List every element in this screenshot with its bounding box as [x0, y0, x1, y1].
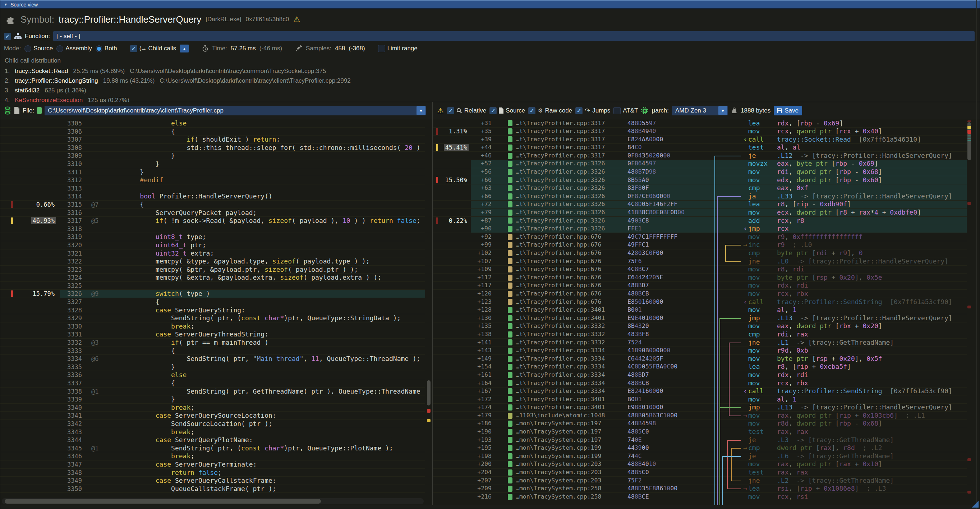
scrollbar-thumb[interactable]: [427, 380, 431, 406]
source-line-row[interactable]: 3318: [0, 225, 425, 233]
asm-instruction-row[interactable]: +92…t\TracyProfiler.hpp:67649C7C1FFFFFFF…: [433, 233, 967, 241]
asm-instruction-row[interactable]: +161…t\TracyProfiler.cpp:3334488BD7movrd…: [433, 371, 967, 379]
asm-instruction-row[interactable]: +120…t\TracyProfiler.hpp:676488BCBmovrcx…: [433, 290, 967, 298]
asm-instruction-row[interactable]: +107…t\TracyProfiler.hpp:67675F6jne.L0 -…: [433, 258, 967, 266]
asm-instruction-row[interactable]: +63…t\TracyProfiler.cpp:332683F80Fcmpeax…: [433, 185, 967, 192]
child-calls-toggle[interactable]: ✓ (→ Child calls: [130, 45, 176, 52]
asm-instruction-row[interactable]: +204…mon\TracySystem.cpp:2034885C0testra…: [433, 469, 967, 477]
asm-source-location[interactable]: …t\TracyProfiler.hpp:676: [512, 241, 627, 249]
radio-both[interactable]: Both: [95, 45, 117, 52]
child-calls-checkbox[interactable]: ✓: [130, 45, 137, 52]
asm-instruction-row[interactable]: +72…t\TracyProfiler.cpp:33264C8D05F146F2…: [433, 200, 967, 209]
asm-instruction-row[interactable]: +216…mon\TracySystem.cpp:258488BCEmovrcx…: [433, 493, 967, 501]
asm-instruction-row[interactable]: +195…mon\TracySystem.cpp:199443900→cmpdw…: [433, 444, 967, 453]
asm-instruction-row[interactable]: +102…t\TracyProfiler.hpp:67642803C0F00cm…: [433, 250, 967, 258]
radio-assembly[interactable]: Assembly: [56, 45, 92, 52]
radio-assembly-circle[interactable]: [56, 45, 63, 52]
source-line-row[interactable]: 3321 uint32_t extra;: [0, 250, 425, 258]
asm-instruction-row[interactable]: +190…mon\TracySystem.cpp:1974885C0testra…: [433, 428, 967, 436]
att-toggle[interactable]: AT&T: [613, 107, 638, 114]
asm-source-location[interactable]: …t\TracyProfiler.hpp:676: [512, 258, 627, 266]
source-line-row[interactable]: 0.66%3315@7 {: [0, 200, 425, 209]
source-line-row[interactable]: 3330 break;: [0, 323, 425, 331]
child-call-name[interactable]: tracy::Socket::Read: [15, 68, 68, 75]
asm-instruction-row[interactable]: +39…t\TracyProfiler.cpp:3317E824AA0000‹c…: [433, 135, 967, 144]
asm-instruction-row[interactable]: +164…t\TracyProfiler.cpp:3334488BCBmovrc…: [433, 379, 967, 388]
collapse-up-button[interactable]: ▲: [180, 45, 189, 52]
source-line-row[interactable]: 3337 {: [0, 379, 425, 388]
asm-source-location[interactable]: …t\TracyProfiler.cpp:3332: [512, 322, 627, 330]
asm-source-location[interactable]: …t\TracyProfiler.cpp:3326: [512, 217, 627, 225]
limit-range-checkbox[interactable]: [378, 45, 385, 52]
child-call-item[interactable]: 1.tracy::Socket::Read25.25 ms (54.89%)C:…: [5, 66, 980, 76]
asm-source-location[interactable]: …t\TracyProfiler.hpp:676: [512, 282, 627, 290]
source-line-row[interactable]: 3324 memcpy( &extra, &payload.extra, siz…: [0, 274, 425, 282]
asm-source-location[interactable]: …t\TracyProfiler.cpp:3334: [512, 355, 627, 363]
asm-source-location[interactable]: …mon\TracySystem.cpp:199: [512, 444, 627, 452]
asm-source-location[interactable]: …t\TracyProfiler.cpp:3326: [512, 184, 627, 192]
source-line-row[interactable]: 3306 {: [0, 127, 425, 136]
source-line-row[interactable]: 3316 ServerQueryPacket payload;: [0, 209, 425, 217]
asm-instruction-row[interactable]: +128…t\TracyProfiler.cpp:3401B001moval, …: [433, 306, 967, 315]
source-line-row[interactable]: 3322 memcpy( &type, &payload.type, sizeo…: [0, 258, 425, 266]
asm-source-location[interactable]: …t\TracyProfiler.cpp:3334: [512, 371, 627, 379]
asm-instruction-row[interactable]: +138…t\TracyProfiler.cpp:3332483BF8cmprd…: [433, 330, 967, 339]
asm-source-location[interactable]: …t\TracyProfiler.hpp:676: [512, 290, 627, 298]
child-call-item[interactable]: 4.KeSynchronizeExecution125 μs (0.27%): [5, 95, 980, 102]
source-line-row[interactable]: 3309 }: [0, 152, 425, 160]
child-call-name[interactable]: tracy::Profiler::SendLongString: [15, 77, 98, 84]
source-line-row[interactable]: 15.79%3326@9 switch( type ): [0, 290, 425, 298]
asm-source-location[interactable]: …t\TracyProfiler.cpp:3401: [512, 403, 627, 412]
asm-instruction-row[interactable]: +143…t\TracyProfiler.cpp:333441B90B00000…: [433, 347, 967, 355]
asm-instruction-row[interactable]: +135…t\TracyProfiler.cpp:33328B4320movea…: [433, 323, 967, 331]
asm-source-location[interactable]: …t\TracyProfiler.cpp:3317: [512, 143, 627, 152]
radio-source-circle[interactable]: [24, 45, 31, 52]
asm-instruction-row[interactable]: +154…t\TracyProfiler.cpp:33344C8D055FBA0…: [433, 363, 967, 371]
asm-instruction-row[interactable]: +167…t\TracyProfiler.cpp:3334E824160000‹…: [433, 388, 967, 396]
source-line-row[interactable]: 3323 memcpy( &ptr, &payload.ptr, sizeof(…: [0, 266, 425, 274]
source-line-row[interactable]: 3344 case ServerQueryPlotName:: [0, 436, 425, 444]
asm-instruction-row[interactable]: +207…mon\TracySystem.cpp:20375F2jne.L2 -…: [433, 477, 967, 485]
asm-instruction-row[interactable]: +56…t\TracyProfiler.cpp:3326488B7D98movr…: [433, 168, 967, 177]
source-line-row[interactable]: 3333 {: [0, 347, 425, 355]
asm-source-location[interactable]: …t\TracyProfiler.cpp:3317: [512, 152, 627, 160]
asm-instruction-row[interactable]: +112…t\TracyProfiler.hpp:676C64424205Emo…: [433, 274, 967, 282]
asm-instruction-row[interactable]: +130…t\TracyProfiler.cpp:3401E9E4010000j…: [433, 314, 967, 323]
child-call-item[interactable]: 3.stat64i32625 μs (1.36%): [5, 86, 980, 95]
source-line-row[interactable]: 3338@1 SendString( ptr, GetThreadName( p…: [0, 388, 425, 396]
collapse-triangle-icon[interactable]: ▼: [4, 3, 8, 6]
radio-source[interactable]: Source: [24, 45, 53, 52]
asm-source-location[interactable]: …t\TracyProfiler.cpp:3334: [512, 387, 627, 395]
asm-instruction-row[interactable]: +141…t\TracyProfiler.cpp:33327524jne.L1 …: [433, 339, 967, 347]
function-dropdown[interactable]: [ - self - ]: [53, 31, 975, 41]
source-line-row[interactable]: 3312 #endif: [0, 176, 425, 185]
asm-instruction-row[interactable]: +193…mon\TracySystem.cpp:197740Eje.L3 ->…: [433, 436, 967, 444]
raw-code-toggle[interactable]: ✓ ⚙ Raw code: [528, 107, 572, 114]
child-call-name[interactable]: stat64i32: [15, 87, 40, 94]
source-line-row[interactable]: 3346 break;: [0, 452, 425, 460]
assembly-vertical-scrollbar[interactable]: [967, 120, 972, 504]
source-hscroll-thumb[interactable]: [5, 499, 321, 504]
file-dropdown-arrow[interactable]: ▼: [417, 106, 425, 115]
asm-instruction-row[interactable]: +172…t\TracyProfiler.cpp:3401B001moval, …: [433, 395, 967, 404]
file-dropdown[interactable]: C:\Users\wolf\Desktop\darkrl\contrib\tra…: [45, 106, 426, 115]
asm-source-location[interactable]: …t\TracyProfiler.hpp:676: [512, 249, 627, 258]
asm-source-location[interactable]: …mon\TracySystem.cpp:203: [512, 468, 627, 477]
source-line-row[interactable]: 3314 bool Profiler::HandleServerQuery(): [0, 192, 425, 200]
source-line-row[interactable]: 3307 if( shouldExit ) return;: [0, 135, 425, 144]
uarch-dropdown-arrow[interactable]: ▼: [718, 106, 727, 115]
function-checkbox[interactable]: ✓: [4, 33, 11, 40]
source-line-row[interactable]: 3310 }: [0, 160, 425, 168]
asm-source-location[interactable]: …t\TracyProfiler.cpp:3334: [512, 363, 627, 371]
asm-instruction-row[interactable]: +186…mon\TracySystem.cpp:197448B4598movr…: [433, 420, 967, 428]
asm-source-location[interactable]: …mon\TracySystem.cpp:203: [512, 460, 627, 468]
asm-source-location[interactable]: …mon\TracySystem.cpp:197: [512, 436, 627, 444]
save-button[interactable]: Save: [774, 106, 802, 115]
asm-instruction-row[interactable]: +66…t\TracyProfiler.cpp:33260F87CE060000…: [433, 192, 967, 200]
asm-source-location[interactable]: …t\TracyProfiler.cpp:3401: [512, 314, 627, 323]
asm-source-location[interactable]: …t\TracyProfiler.cpp:3317: [512, 135, 627, 144]
asm-source-location[interactable]: …t\TracyProfiler.cpp:3401: [512, 395, 627, 404]
source-line-row[interactable]: 3341 case ServerQuerySourceLocation:: [0, 412, 425, 420]
relative-checkbox[interactable]: ✓: [447, 107, 454, 114]
asm-source-location[interactable]: …t\TracyProfiler.cpp:3334: [512, 347, 627, 355]
